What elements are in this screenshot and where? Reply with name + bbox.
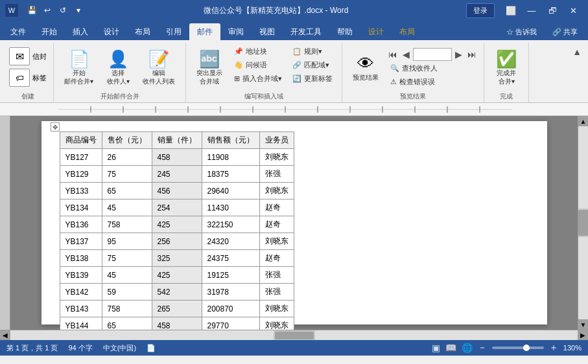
start-mail-merge-group-label: 开始邮件合并 [100,92,139,101]
address-block-icon: 📌 [234,47,243,56]
table-cell: 45 [102,267,152,284]
label-icon: 🏷 [9,69,30,87]
table-cell: 赵奇 [259,216,294,233]
tab-mailings[interactable]: 邮件 [189,23,220,40]
table-cell: 458 [152,149,202,166]
collapse-ribbon-button[interactable]: ▲ [569,45,585,58]
horizontal-scrollbar[interactable]: ◀ ▶ [0,330,588,340]
tab-review[interactable]: 审阅 [220,23,252,40]
tab-tabletools-layout[interactable]: 布局 [392,23,423,40]
tab-view[interactable]: 视图 [252,23,283,40]
start-mail-merge-icon: 📄 [69,51,89,67]
greeting-icon: 👋 [234,61,243,69]
table-cell: 张强 [259,267,294,284]
tab-design[interactable]: 设计 [96,23,127,40]
table-cell: 59 [102,284,152,301]
vertical-scrollbar[interactable]: ▲ ▼ [578,116,588,330]
ribbon-tabs: 文件 开始 插入 设计 布局 引用 邮件 审阅 视图 开发工具 帮助 设计 布局… [0,21,588,40]
preview-content: 👁 预览结果 ⏮ ◀ ▶ ⏭ 🔍 查找收件人 ⚠ 检查错误误 [347,45,478,91]
find-recipient-button[interactable]: 🔍 查找收件人 [386,62,478,74]
status-right: ▣ 📖 🌐 － ＋ 130% [432,342,582,354]
preview-results-button[interactable]: 👁 预览结果 [347,45,384,91]
page-info: 第 1 页，共 1 页 [6,343,58,353]
label-button[interactable]: 🏷 标签 [8,68,48,87]
update-labels-button[interactable]: 🔄 更新标签 [288,73,336,85]
finish-and-merge-button[interactable]: ✅ 完成并合并▾ [489,45,523,91]
customize-qat-button[interactable]: ▾ [71,3,86,17]
edit-recipient-list-button[interactable]: 📝 编辑收件人列表 [137,45,180,91]
table-cell: YB142 [60,284,102,301]
tab-developer[interactable]: 开发工具 [283,23,329,40]
table-cell: 19125 [202,267,259,284]
language: 中文(中国) [103,343,136,353]
document-title: 微信公众号【新精英充电站】.docx - Word [86,5,466,16]
address-block-button[interactable]: 📌 地址块 [230,45,286,58]
table-cell: 11430 [202,199,259,216]
table-move-handle[interactable]: ✥ [51,122,60,131]
data-table: 商品编号 售价（元） 销量（件） 销售额（元） 业务员 YB1272645811… [60,131,294,330]
tab-home[interactable]: 开始 [34,23,65,40]
next-record-button[interactable]: ▶ [453,48,464,61]
table-cell: 24375 [202,250,259,267]
create-group-content: ✉ 信封 🏷 标签 [8,45,48,91]
table-cell: 425 [152,216,202,233]
finish-merge-label: 完成并合并▾ [497,69,516,85]
ribbon-toggle-button[interactable]: ⬜ [501,0,521,21]
tab-references[interactable]: 引用 [158,23,189,40]
read-mode-button[interactable]: 📖 [445,343,456,353]
tab-tell-me[interactable]: ☆ 告诉我 [499,23,545,40]
zoom-slider[interactable] [492,347,544,349]
greeting-line-button[interactable]: 👋 问候语 [230,59,286,71]
highlight-icon: 🔤 [199,51,220,67]
save-button[interactable]: 💾 [25,3,39,17]
insert-merge-field-button[interactable]: ⊞ 插入合并域▾ [230,73,286,85]
tab-insert[interactable]: 插入 [65,23,96,40]
check-errors-button[interactable]: ⚠ 检查错误误 [386,76,478,88]
tab-help[interactable]: 帮助 [329,23,360,40]
rules-button[interactable]: 📋 规则▾ [288,45,336,58]
zoom-plus-button[interactable]: ＋ [549,342,558,354]
table-cell: 200870 [202,301,259,317]
table-cell: 458 [152,317,202,330]
prev-record-button[interactable]: ◀ [401,48,412,61]
tab-tabletools-design[interactable]: 设计 [360,23,392,40]
restore-button[interactable]: 🗗 [543,0,562,21]
create-col: ✉ 信封 🏷 标签 [8,47,48,87]
print-layout-view-button[interactable]: ▣ [432,343,440,353]
record-number-input[interactable] [413,48,452,61]
match-fields-button[interactable]: 🔗 匹配域▾ [288,59,336,71]
select-recipients-button[interactable]: 👤 选择收件人▾ [101,45,135,91]
start-mail-merge-button[interactable]: 📄 开始邮件合并▾ [59,45,99,91]
col-header-salesperson: 业务员 [259,132,294,149]
preview-icon: 👁 [357,55,374,72]
ribbon-group-write-insert: 🔤 突出显示合并域 📌 地址块 👋 问候语 ⊞ 插入合并域▾ [186,43,342,102]
web-layout-button[interactable]: 🌐 [462,343,473,353]
minimize-button[interactable]: — [522,0,541,21]
write-insert-col2: 📋 规则▾ 🔗 匹配域▾ 🔄 更新标签 [288,45,336,85]
preview-group-label: 预览结果 [400,92,426,101]
highlight-merge-fields-button[interactable]: 🔤 突出显示合并域 [191,45,228,91]
left-margin [0,116,10,330]
undo-button[interactable]: ↩ [40,3,54,17]
table-cell: 26 [102,149,152,166]
table-cell: YB139 [60,267,102,284]
table-cell: YB136 [60,216,102,233]
zoom-minus-button[interactable]: － [478,342,487,354]
close-button[interactable]: ✕ [563,0,583,21]
tab-file[interactable]: 文件 [3,23,34,40]
word-icon: W [5,4,18,17]
ruler [0,103,588,116]
first-record-button[interactable]: ⏮ [386,48,399,61]
update-labels-icon: 🔄 [292,74,301,83]
tab-share[interactable]: 🔗 共享 [545,23,585,40]
table-cell: YB133 [60,183,102,199]
envelope-button[interactable]: ✉ 信封 [8,47,48,66]
redo-button[interactable]: ↺ [56,3,70,17]
table-cell: YB129 [60,166,102,183]
insert-merge-icon: ⊞ [234,74,240,83]
last-record-button[interactable]: ⏭ [465,48,478,61]
tab-layout[interactable]: 布局 [127,23,158,40]
table-row: YB1425954231978张强 [60,284,294,301]
login-button[interactable]: 登录 [466,3,495,18]
table-cell: 65 [102,183,152,199]
